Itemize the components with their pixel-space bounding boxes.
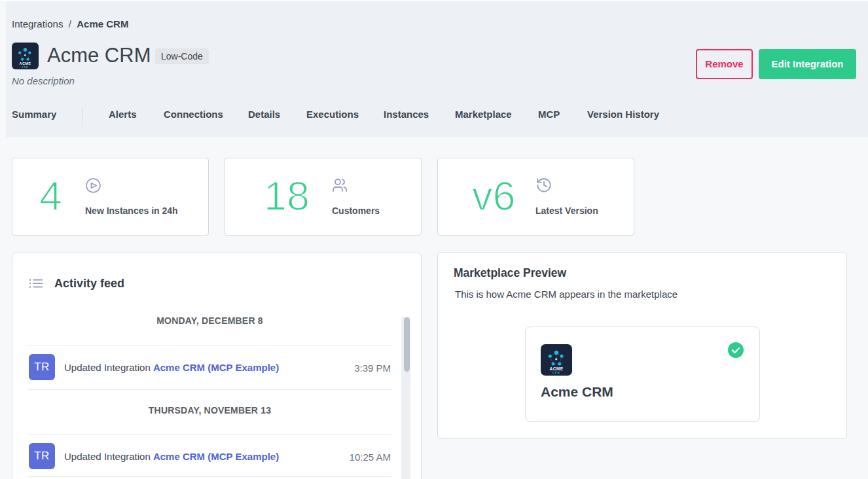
svg-text:CRM: CRM: [552, 372, 560, 374]
svg-text:ACME: ACME: [549, 366, 563, 371]
svg-text:ACME: ACME: [20, 62, 31, 65]
svg-text:CRM: CRM: [22, 66, 28, 69]
